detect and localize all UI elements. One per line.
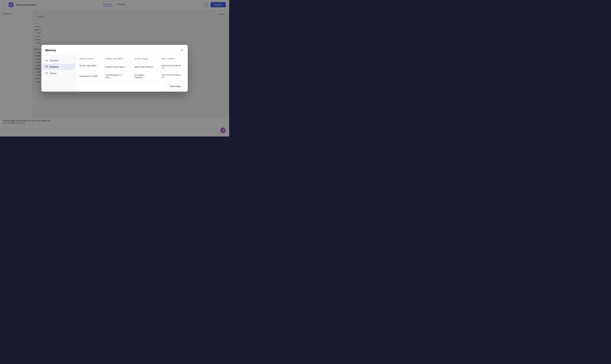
- svg-point-0: [46, 65, 47, 66]
- cell-product-image-0: https://p16-official-pl...: [131, 62, 158, 72]
- cell-product-description-0: El Birkin 30 de Togo e...: [102, 62, 131, 72]
- table-header-row: product_name• product_description produc…: [76, 55, 188, 62]
- nav-label-filebox: Filebox: [49, 72, 56, 75]
- modal-right: product_name• product_description produc…: [76, 55, 188, 92]
- filebox-icon: [45, 72, 48, 75]
- cell-date-created-0: 2024-09-18 00:00:00 +0...: [158, 62, 188, 72]
- cell-product-name-1: PlayStation 5 (PS5): [76, 72, 102, 81]
- nav-label-database: Database: [49, 65, 59, 68]
- variables-icon: (x): [45, 59, 48, 62]
- col-header-product-name: product_name•: [76, 55, 102, 62]
- cell-date-created-1: 2024-10-10 00:00:00 +0...: [158, 72, 188, 81]
- cell-product-description-1: The PlayStation 5 (PS5...: [102, 72, 131, 81]
- modal-nav: (x) Variables Database: [41, 55, 76, 92]
- table-row: Etoupe Togo Birkin ... El Birkin 30 de T…: [76, 62, 188, 72]
- modal-close-button[interactable]: ✕: [180, 48, 184, 52]
- modal-overlay: Memory ✕ (x) Variables: [0, 0, 229, 136]
- required-indicator: •: [174, 57, 175, 60]
- table-container: product_name• product_description produc…: [76, 55, 188, 81]
- cell-product-image-1: tos-maliva-i-3sotts7ts...: [131, 72, 158, 81]
- nav-item-variables[interactable]: (x) Variables: [43, 57, 75, 63]
- svg-rect-1: [46, 72, 47, 74]
- modal-header: Memory ✕: [41, 45, 188, 55]
- modal-footer: Reset data: [76, 81, 188, 92]
- col-header-product-description: product_description: [102, 55, 131, 62]
- required-indicator: •: [93, 57, 94, 60]
- memory-modal: Memory ✕ (x) Variables: [41, 45, 188, 92]
- table-row: PlayStation 5 (PS5) The PlayStation 5 (P…: [76, 72, 188, 81]
- nav-label-variables: Variables: [50, 59, 59, 62]
- required-indicator: •: [148, 57, 149, 60]
- database-icon: [45, 65, 48, 68]
- nav-item-database[interactable]: Database: [43, 64, 75, 70]
- data-table: product_name• product_description produc…: [76, 55, 188, 81]
- modal-title: Memory: [45, 49, 56, 52]
- col-header-product-image: product_image•: [131, 55, 158, 62]
- nav-item-filebox[interactable]: Filebox: [43, 70, 75, 76]
- col-header-date-created: date_created•: [158, 55, 188, 62]
- cell-product-name-0: Etoupe Togo Birkin ...: [76, 62, 102, 72]
- modal-body: (x) Variables Database: [41, 55, 188, 92]
- reset-data-button[interactable]: Reset data: [167, 84, 184, 89]
